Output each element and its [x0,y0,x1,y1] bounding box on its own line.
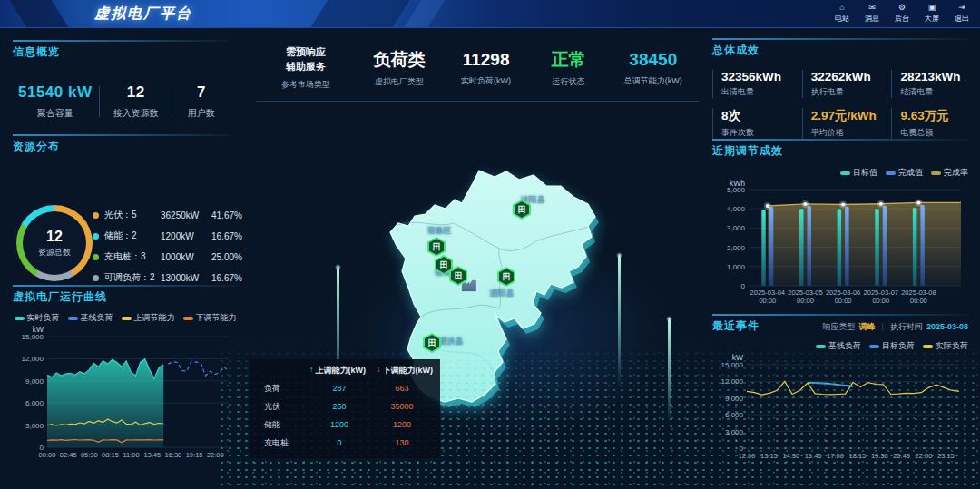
resource-legend-row[interactable]: 储能：2 1200kW 16.67% [93,230,242,242]
info-stat-value: 51540 kW [13,83,97,102]
resource-power: 1200kW [161,231,211,241]
legend-label: 下调节能力 [196,312,237,324]
page-title: 虚拟电厂平台 [94,5,192,24]
recent-event-header: 最近事件 响应类型 调峰 | 执行时间 2025-03-08 [712,316,968,334]
tooltip-row-label: 充电桩 [257,437,308,449]
resource-legend-row[interactable]: 可调负荷：2 13000kW 16.67% [93,271,242,284]
legend-item[interactable]: 基线负荷 [68,312,113,324]
station-icon: ⌂ [839,3,844,13]
nav-item-0[interactable]: ⌂ 电站 [831,3,853,24]
info-stat-value: 12 [102,83,170,102]
regulation-chart[interactable]: kWh01,0002,0003,0004,0005,0002025-03-040… [712,179,968,308]
resource-body: 12 资源总数 光伏：5 36250kW 41.67% 储能：2 1200kW … [13,158,230,284]
regulation-legend: 目标值 完成值 完成率 [712,167,968,179]
resource-name: 可调负荷：2 [104,271,161,284]
svg-text:05:30: 05:30 [81,451,98,459]
info-stat: 7 用户数 [174,83,229,120]
resource-legend-row[interactable]: 光伏：5 36250kW 41.67% [93,209,242,221]
nav-item-label: 退出 [955,14,969,24]
section-divider [712,38,968,40]
vpp-curve-chart[interactable]: kW03,0006,0009,00012,00015,00000:0002:45… [13,324,238,462]
nav-item-4[interactable]: ⇥ 退出 [951,3,973,24]
overall-stat: 2.97元/kWh 平均价格 [802,108,892,139]
overall-stat-value: 32262kWh [811,70,892,83]
info-stat: 12 接入资源数 [102,83,170,120]
legend-swatch [15,317,24,320]
stat-divider [99,86,100,117]
exec-time-label: 执行时间 [890,321,923,333]
svg-text:3,000: 3,000 [25,422,44,430]
resource-donut-chart[interactable]: 12 资源总数 [16,205,93,284]
header-decoration [311,0,410,27]
info-stat-label: 接入资源数 [102,107,170,120]
svg-text:2025-03-08: 2025-03-08 [901,289,936,297]
legend-label: 完成率 [944,167,968,179]
resource-percent: 16.67% [211,273,242,283]
exit-icon: ⇥ [958,3,965,13]
nav-item-1[interactable]: ✉ 消息 [861,3,883,24]
district-label[interactable]: 宿豫区 [427,225,452,237]
tooltip-row: 充电桩 0 130 [257,434,433,452]
legend-item[interactable]: 实时负荷 [15,312,60,324]
svg-text:2025-03-06: 2025-03-06 [826,289,860,297]
svg-text:3,000: 3,000 [727,224,746,232]
resource-total-value: 12 [46,229,63,245]
resource-name: 光伏：5 [104,209,161,221]
district-label[interactable]: 泗洪县 [439,336,464,347]
overall-stat-label: 电费总额 [900,127,968,139]
svg-text:2,000: 2,000 [727,244,746,252]
marker-glyph: 田 [499,269,514,285]
legend-item[interactable]: 目标值 [840,167,877,179]
overall-effect-panel: 总体成效 32356kWh 出清电量 32262kWh 执行电量 28213kW… [712,38,968,139]
overall-stat-value: 32356kWh [721,70,802,83]
tooltip-row-label: 光伏 [257,401,308,413]
regulation-effect-title: 近期调节成效 [712,143,968,159]
legend-label: 基线负荷 [81,312,113,324]
regulation-effect-panel: 近期调节成效 目标值 完成值 完成率 kWh01,0002,0003,0004,… [712,139,968,308]
tooltip-row: 负荷 287 663 [257,379,433,397]
legend-item[interactable]: 下调节能力 [183,312,237,324]
market-stat-value: 需预响应 辅助服务 [256,45,356,74]
legend-item[interactable]: 完成率 [931,167,968,179]
capability-tooltip: ↑ 上调能力(kW) ↓ 下调能力(kW) 负荷 287 663 光伏 260 … [250,359,440,458]
header-decoration [10,0,69,27]
message-icon: ✉ [868,3,876,13]
tooltip-up-value: 287 [308,384,371,393]
up-arrow-icon: ↑ [309,365,314,377]
svg-text:11:00: 11:00 [122,451,139,459]
district-label[interactable]: 泗阳县 [490,288,514,299]
tooltip-row: 储能 1200 1200 [257,416,433,434]
resource-percent: 41.67% [211,210,242,220]
overall-stat: 28213kWh 结清电量 [891,70,968,98]
tooltip-up-value: 260 [308,402,371,411]
nav-item-3[interactable]: ▣ 大屏 [921,3,943,24]
bigscreen-icon: ▣ [928,3,936,13]
nav-item-2[interactable]: ⚙ 后台 [891,3,913,24]
tooltip-down-value: 35000 [371,402,433,411]
legend-item[interactable]: 上调节能力 [122,312,175,324]
legend-label: 上调节能力 [134,312,175,324]
resource-distribution-panel: 资源分布 12 资源总数 光伏：5 36250kW 41.67% 储能：2 12… [13,134,230,284]
svg-text:00:00: 00:00 [39,451,56,459]
response-type-label: 响应类型 [823,321,856,333]
svg-text:02:45: 02:45 [60,451,77,459]
info-stat-value: 7 [174,83,229,102]
svg-text:12,000: 12,000 [22,355,44,363]
exec-time-value[interactable]: 2025-03-08 [926,322,968,331]
dashboard: 虚拟电厂平台 ⌂ 电站 ✉ 消息 ⚙ 后台 ▣ 大屏 ⇥ 退出 信息概览 515… [0,0,980,489]
legend-item[interactable]: 完成值 [886,167,923,179]
legend-label: 目标值 [853,167,877,179]
overall-stat-label: 出清电量 [721,86,802,98]
legend-swatch [68,317,78,320]
market-stat-label: 参考市场类型 [256,79,356,91]
market-stat: 正常 运行状态 [529,48,607,88]
tooltip-rows: 负荷 287 663 光伏 260 35000 储能 1200 1200 充电桩… [257,379,433,452]
market-stat-label: 运行状态 [529,76,607,88]
info-stat: 51540 kW 聚合容量 [13,83,97,120]
resource-legend-row[interactable]: 充电桩：3 1000kW 25.00% [93,250,242,263]
meta-divider: | [882,322,884,331]
market-stats-bar: 需预响应 辅助服务 参考市场类型 负荷类 虚拟电厂类型 11298 实时负荷(k… [256,45,699,102]
nav-item-label: 大屏 [925,14,939,24]
recent-event-title: 最近事件 [712,318,760,334]
response-type-value[interactable]: 调峰 [859,321,876,333]
